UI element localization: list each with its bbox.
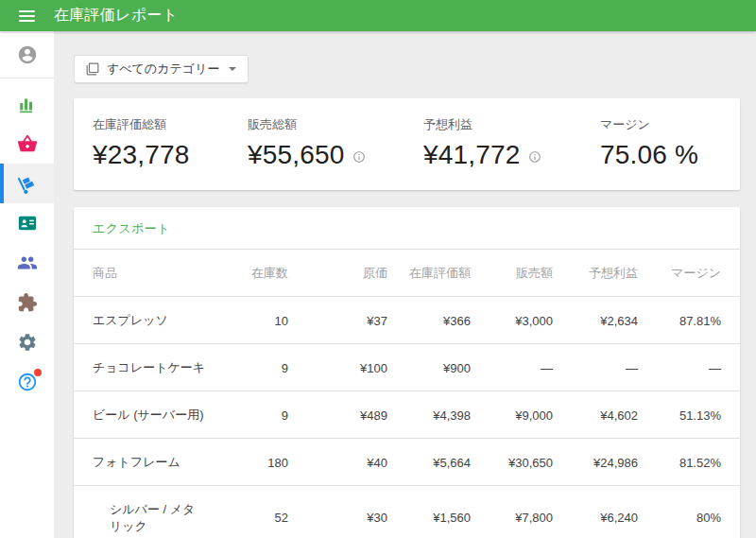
- value-cell: ¥900: [387, 344, 471, 391]
- column-header: 販売額: [471, 250, 553, 297]
- retail-cell: ¥7,800: [471, 486, 553, 538]
- sidebar-item-employees[interactable]: [0, 203, 54, 243]
- category-filter-dropdown[interactable]: すべてのカテゴリー: [74, 55, 249, 83]
- sidebar-item-account[interactable]: [0, 31, 54, 78]
- export-link[interactable]: エクスポート: [93, 221, 170, 235]
- metric-margin: マージン 75.06 %: [600, 116, 721, 190]
- product-row[interactable]: チョコレートケーキ9¥100¥900———: [74, 344, 740, 391]
- people-icon: [17, 252, 38, 273]
- metric-value: 75.06 %: [600, 140, 721, 170]
- sidebar-item-settings[interactable]: [0, 322, 54, 362]
- margin-cell: 87.81%: [638, 297, 740, 344]
- metric-label: 在庫評価総額: [93, 116, 248, 133]
- chevron-down-icon: [229, 67, 236, 71]
- stock-cell: 10: [206, 297, 288, 344]
- main-content: すべてのカテゴリー 在庫評価総額 ¥23,778 販売総額 ¥55,650 予想…: [54, 31, 756, 538]
- sidebar: [0, 31, 54, 538]
- product-row[interactable]: ビール (サーバー用)9¥489¥4,398¥9,000¥4,60251.13%: [74, 391, 740, 439]
- retail-cell: ¥30,650: [471, 439, 553, 486]
- id-badge-icon: [17, 213, 38, 234]
- account-circle-icon: [17, 44, 38, 65]
- column-header: 原価: [288, 250, 387, 297]
- export-row: エクスポート: [74, 207, 740, 250]
- variant-row[interactable]: シルバー / メタリック52¥30¥1,560¥7,800¥6,24080%: [74, 486, 740, 538]
- hamburger-menu-icon[interactable]: [0, 10, 54, 22]
- sidebar-item-reports[interactable]: [0, 84, 54, 124]
- cost-cell: ¥37: [288, 297, 387, 344]
- product-name-cell: エスプレッソ: [74, 297, 206, 344]
- column-header: 在庫数: [206, 250, 288, 297]
- value-cell: ¥366: [387, 297, 471, 344]
- retail-cell: ¥9,000: [471, 391, 553, 439]
- column-header: マージン: [638, 250, 740, 297]
- bar-chart-icon: [17, 94, 38, 114]
- margin-cell: 81.52%: [638, 439, 740, 486]
- product-name-cell: ビール (サーバー用): [74, 391, 206, 439]
- cost-cell: ¥30: [288, 486, 387, 538]
- sidebar-item-help[interactable]: [0, 362, 54, 402]
- categories-icon: [86, 62, 99, 76]
- value-cell: ¥1,560: [387, 486, 471, 538]
- top-app-bar: 在庫評価レポート: [0, 0, 756, 31]
- metric-value: ¥41,772: [423, 140, 600, 170]
- page-title: 在庫評価レポート: [54, 6, 179, 26]
- stock-cell: 52: [206, 486, 288, 538]
- metric-label: 販売総額: [248, 116, 423, 133]
- gear-icon: [17, 332, 38, 353]
- sidebar-item-apps[interactable]: [0, 283, 54, 322]
- profit-cell: ¥6,240: [553, 486, 638, 538]
- product-name-cell: チョコレートケーキ: [74, 344, 206, 391]
- metric-retail-value: 販売総額 ¥55,650: [248, 116, 423, 190]
- retail-cell: ¥3,000: [471, 297, 553, 344]
- sidebar-item-items[interactable]: [0, 124, 54, 164]
- notification-dot: [34, 369, 42, 376]
- sidebar-item-inventory[interactable]: [0, 164, 54, 203]
- metric-inventory-value: 在庫評価総額 ¥23,778: [93, 116, 248, 190]
- product-row[interactable]: エスプレッソ10¥37¥366¥3,000¥2,63487.81%: [74, 297, 740, 344]
- cost-cell: ¥100: [288, 344, 387, 391]
- metric-label: 予想利益: [423, 116, 600, 133]
- value-cell: ¥4,398: [387, 391, 471, 439]
- margin-cell: 51.13%: [638, 391, 740, 439]
- hand-truck-icon: [17, 173, 38, 194]
- cost-cell: ¥40: [288, 439, 387, 486]
- profit-cell: ¥24,986: [553, 439, 638, 486]
- summary-card: 在庫評価総額 ¥23,778 販売総額 ¥55,650 予想利益 ¥41,772: [74, 98, 740, 190]
- column-header: 予想利益: [553, 250, 638, 297]
- column-header: 在庫評価額: [387, 250, 471, 297]
- retail-cell: —: [471, 344, 553, 391]
- sidebar-item-customers[interactable]: [0, 243, 54, 283]
- profit-cell: ¥2,634: [553, 297, 638, 344]
- info-icon[interactable]: [352, 150, 366, 164]
- margin-cell: —: [638, 344, 740, 391]
- product-row[interactable]: フォトフレーム180¥40¥5,664¥30,650¥24,98681.52%: [74, 439, 740, 486]
- product-name-cell: シルバー / メタリック: [74, 486, 206, 538]
- stock-cell: 180: [206, 439, 288, 486]
- column-header: 商品: [74, 250, 206, 297]
- category-filter-label: すべてのカテゴリー: [107, 61, 219, 78]
- valuation-table: 商品在庫数原価在庫評価額販売額予想利益マージン エスプレッソ10¥37¥366¥…: [74, 250, 740, 538]
- metric-potential-profit: 予想利益 ¥41,772: [423, 116, 600, 190]
- product-name-cell: フォトフレーム: [74, 439, 206, 486]
- metric-value: ¥55,650: [248, 140, 423, 170]
- profit-cell: —: [553, 344, 638, 391]
- stock-cell: 9: [206, 391, 288, 439]
- metric-label: マージン: [600, 116, 721, 133]
- profit-cell: ¥4,602: [553, 391, 638, 439]
- table-header-row: 商品在庫数原価在庫評価額販売額予想利益マージン: [74, 250, 740, 297]
- value-cell: ¥5,664: [387, 439, 471, 486]
- cost-cell: ¥489: [288, 391, 387, 439]
- margin-cell: 80%: [638, 486, 740, 538]
- stock-cell: 9: [206, 344, 288, 391]
- valuation-table-card: エクスポート 商品在庫数原価在庫評価額販売額予想利益マージン エスプレッソ10¥…: [74, 207, 740, 538]
- info-icon[interactable]: [528, 150, 541, 164]
- puzzle-icon: [17, 292, 38, 313]
- basket-icon: [17, 133, 38, 154]
- metric-value: ¥23,778: [93, 140, 248, 170]
